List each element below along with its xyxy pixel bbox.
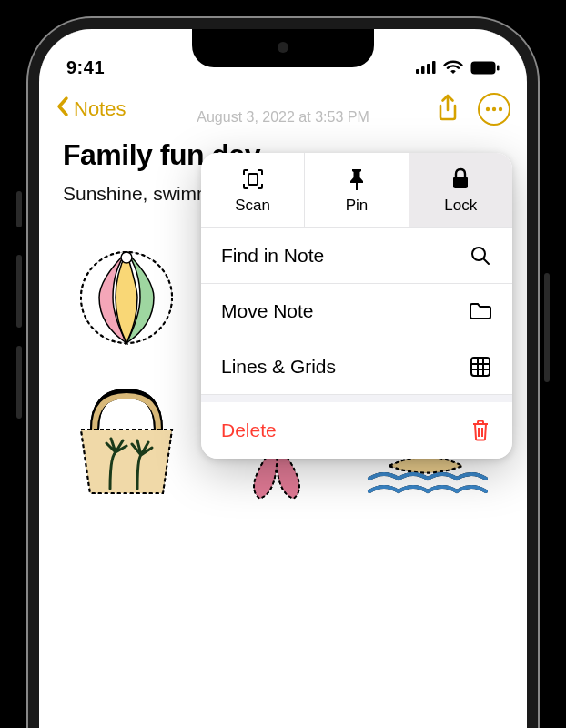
phone-frame: 9:41 Notes <box>28 18 538 728</box>
share-button[interactable] <box>436 94 460 125</box>
cellular-signal-icon <box>416 61 436 77</box>
chevron-left-icon <box>56 96 70 123</box>
popover-list: Find in Note Move Note Lines & Grids <box>201 228 512 459</box>
drawing-basket <box>63 379 190 507</box>
volume-down-button[interactable] <box>16 346 22 419</box>
pin-icon <box>345 167 369 191</box>
pin-label: Pin <box>346 197 369 215</box>
grid-icon <box>469 356 492 378</box>
lock-label: Lock <box>444 197 477 215</box>
volume-up-button[interactable] <box>16 255 22 328</box>
delete-button[interactable]: Delete <box>201 395 512 459</box>
status-icons <box>416 60 500 78</box>
power-button[interactable] <box>544 273 550 382</box>
svg-point-8 <box>499 107 502 111</box>
svg-rect-17 <box>356 183 358 190</box>
svg-point-10 <box>121 252 132 263</box>
trash-icon <box>469 419 492 442</box>
back-button[interactable]: Notes <box>56 96 126 123</box>
note-actions-popover: Scan Pin Lock Find in Note <box>201 153 512 459</box>
svg-rect-20 <box>471 358 490 376</box>
scan-label: Scan <box>235 197 270 215</box>
lock-icon <box>449 167 472 191</box>
move-note-button[interactable]: Move Note <box>201 284 512 339</box>
svg-rect-5 <box>497 65 500 70</box>
folder-icon <box>469 301 492 321</box>
scan-button[interactable]: Scan <box>201 153 305 228</box>
lines-label: Lines & Grids <box>221 356 336 378</box>
svg-rect-0 <box>416 69 419 74</box>
svg-point-6 <box>486 107 490 111</box>
search-icon <box>469 245 492 267</box>
more-button[interactable] <box>478 93 510 126</box>
phone-notch <box>192 29 374 67</box>
svg-rect-16 <box>248 174 258 185</box>
pin-button[interactable]: Pin <box>305 153 409 228</box>
delete-label: Delete <box>221 420 277 441</box>
back-label: Notes <box>74 97 126 121</box>
lines-and-grids-button[interactable]: Lines & Grids <box>201 339 512 395</box>
svg-rect-4 <box>471 61 496 74</box>
battery-icon <box>470 61 500 78</box>
find-in-note-button[interactable]: Find in Note <box>201 228 512 284</box>
status-time: 9:41 <box>66 57 105 78</box>
drawing-beach-ball <box>63 234 190 361</box>
wifi-icon <box>443 60 463 78</box>
lock-button[interactable]: Lock <box>409 153 512 228</box>
screen: 9:41 Notes <box>39 29 527 728</box>
volume-silent-switch[interactable] <box>16 191 22 228</box>
move-label: Move Note <box>221 300 314 322</box>
svg-rect-1 <box>421 66 425 74</box>
scan-icon <box>241 167 265 191</box>
popover-toolbar: Scan Pin Lock <box>201 153 512 228</box>
svg-rect-2 <box>427 64 430 74</box>
svg-rect-3 <box>432 61 436 74</box>
svg-point-7 <box>492 107 496 111</box>
find-label: Find in Note <box>221 245 324 267</box>
svg-rect-18 <box>453 177 468 188</box>
